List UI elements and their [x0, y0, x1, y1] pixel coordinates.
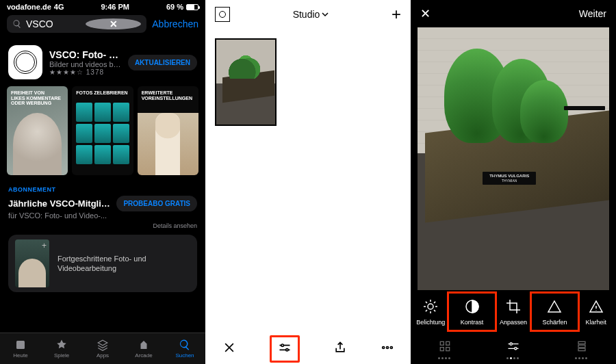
screenshot-2[interactable]: FOTOS ZELEBRIEREN: [72, 86, 133, 175]
svg-point-13: [515, 347, 517, 349]
details-link[interactable]: Details ansehen: [0, 220, 205, 235]
search-row: VSCO ✕ Abbrechen: [0, 12, 205, 38]
svg-rect-9: [446, 341, 450, 345]
search-input[interactable]: VSCO ✕: [7, 15, 146, 33]
battery-pct: 69 %: [166, 3, 183, 11]
trial-button[interactable]: PROBEABO GRATIS: [116, 196, 197, 211]
tool-exposure[interactable]: Belichtung: [411, 298, 450, 326]
subscription-heading: ABONNEMENT: [8, 186, 197, 193]
close-button[interactable]: [222, 341, 236, 357]
svg-rect-16: [578, 348, 585, 350]
tab-apps[interactable]: Apps: [82, 333, 123, 364]
app-result[interactable]: VSCO: Foto- und... Bilder und videos be.…: [0, 38, 205, 86]
plant-sign: THYMUS VULGARISTHYMIAN: [483, 172, 536, 185]
next-button[interactable]: Weiter: [579, 8, 606, 19]
tool-contrast[interactable]: Kontrast: [450, 295, 493, 328]
adjust-tab[interactable]: [506, 339, 520, 359]
clear-icon[interactable]: ✕: [86, 18, 141, 29]
editor-topbar: ✕ Weiter: [411, 0, 616, 27]
presets-tab[interactable]: [438, 339, 452, 359]
svg-rect-8: [440, 341, 444, 345]
subscription-block: ABONNEMENT Jährliche VSCO-Mitglied... PR…: [0, 182, 205, 220]
subscription-subtitle: für VSCO: Foto- und Video-...: [8, 211, 197, 220]
editor-bottombar: [411, 334, 616, 364]
app-icon: [8, 45, 42, 79]
organize-tab[interactable]: [575, 339, 589, 359]
search-text: VSCO: [26, 18, 81, 29]
clock: 9:46 PM: [101, 3, 129, 11]
tab-today[interactable]: Heute: [0, 333, 41, 364]
svg-rect-10: [440, 347, 444, 350]
screenshot-1[interactable]: FREIHEIT VONLIKES KOMMENTARE ODER WERBUN…: [7, 86, 68, 175]
promo-card[interactable]: Fortgeschrittene Foto- undVideobearbeitu…: [8, 235, 197, 292]
app-name: VSCO: Foto- und...: [49, 49, 121, 60]
tab-arcade[interactable]: Arcade: [123, 333, 164, 364]
appstore-panel: vodafone.de 4G 9:46 PM 69 % VSCO ✕ Abbre…: [0, 0, 205, 364]
update-button[interactable]: AKTUALISIEREN: [128, 55, 197, 70]
tool-row: Belichtung Kontrast Anpassen Schärfen Kl…: [411, 290, 616, 333]
status-bar: vodafone.de 4G 9:46 PM 69 %: [0, 0, 205, 12]
studio-bottombar: [205, 334, 411, 364]
promo-thumb: [15, 239, 49, 287]
svg-point-2: [285, 349, 287, 351]
grid-icon: [438, 339, 452, 353]
sun-icon: [422, 298, 439, 315]
edit-canvas[interactable]: THYMUS VULGARISTHYMIAN: [418, 27, 609, 290]
crop-icon: [505, 298, 522, 315]
plant-sign-2: [564, 106, 605, 110]
studio-topbar: Studio +: [205, 0, 411, 29]
battery-icon: [186, 4, 198, 10]
tab-games[interactable]: Spiele: [41, 333, 82, 364]
contrast-icon: [464, 298, 480, 315]
network: 4G: [54, 3, 64, 11]
studio-title[interactable]: Studio: [293, 9, 329, 20]
edit-button[interactable]: [270, 335, 300, 363]
promo-text: Fortgeschrittene Foto- undVideobearbeitu…: [57, 254, 190, 274]
svg-rect-0: [16, 341, 25, 349]
studio-grid: [205, 29, 411, 135]
svg-rect-15: [578, 345, 585, 347]
close-button[interactable]: ✕: [420, 6, 431, 21]
photo-thumbnail[interactable]: [215, 38, 277, 126]
more-button[interactable]: [381, 341, 394, 357]
screenshots[interactable]: FREIHEIT VONLIKES KOMMENTARE ODER WERBUN…: [0, 86, 205, 182]
svg-rect-14: [578, 341, 585, 343]
tab-bar: Heute Spiele Apps Arcade Suchen: [0, 333, 205, 364]
tool-clarity[interactable]: Klarheit: [576, 298, 616, 326]
triangle-warn-icon: [588, 298, 604, 315]
add-button[interactable]: +: [392, 6, 401, 23]
svg-point-3: [382, 347, 384, 349]
tool-sharpen[interactable]: Schärfen: [533, 295, 576, 328]
triangle-icon: [546, 298, 563, 315]
app-subtitle: Bilder und videos be...: [49, 60, 121, 68]
carrier: vodafone.de: [7, 3, 51, 11]
editor-panel: ✕ Weiter THYMUS VULGARISTHYMIAN Belichtu…: [411, 0, 616, 364]
subscription-title: Jährliche VSCO-Mitglied...: [8, 198, 111, 209]
cancel-button[interactable]: Abbrechen: [152, 18, 198, 29]
share-button[interactable]: [333, 341, 347, 357]
svg-point-4: [386, 347, 388, 349]
studio-panel: Studio +: [205, 0, 411, 364]
capture-icon[interactable]: [215, 7, 230, 22]
svg-rect-11: [446, 347, 450, 350]
tool-adjust[interactable]: Anpassen: [493, 298, 533, 326]
chevron-down-icon: [322, 11, 329, 18]
app-rating: ★★★★☆ 1378: [49, 68, 121, 76]
search-icon: [12, 19, 22, 29]
svg-point-12: [510, 343, 512, 345]
stack-icon: [575, 339, 589, 353]
svg-point-5: [390, 347, 392, 349]
svg-point-6: [428, 304, 433, 309]
screenshot-3[interactable]: ERWEITERTE VOREINSTELLUNGEN: [138, 86, 198, 175]
svg-point-1: [281, 344, 283, 346]
tab-search[interactable]: Suchen: [164, 333, 205, 364]
sliders-icon: [506, 339, 520, 353]
